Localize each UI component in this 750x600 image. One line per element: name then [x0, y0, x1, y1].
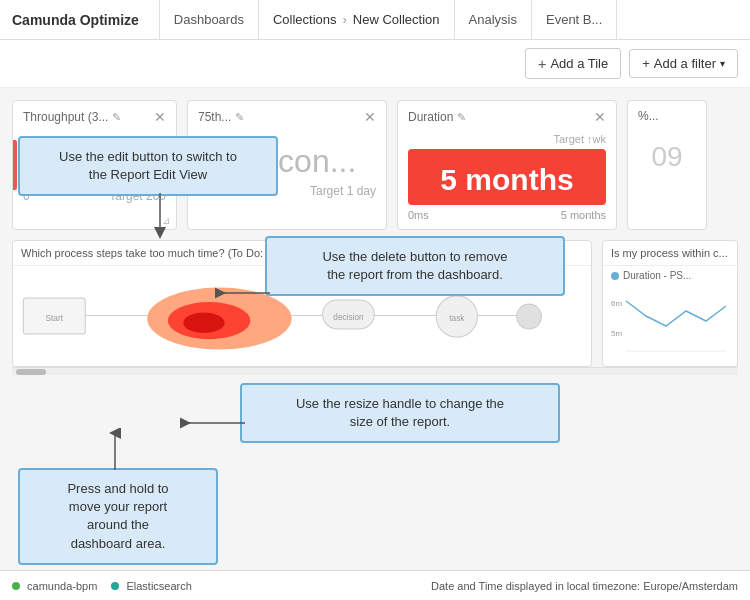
add-tile-icon: +: [538, 55, 547, 72]
arrow-delete: [215, 278, 275, 308]
tile-title: %...: [638, 109, 659, 123]
callout-move-report: Press and hold to move your report aroun…: [18, 468, 218, 565]
svg-text:Start: Start: [46, 314, 64, 323]
nav-event-b[interactable]: Event B...: [532, 0, 617, 39]
nav-analysis[interactable]: Analysis: [455, 0, 532, 39]
footer: camunda-bpm Elasticsearch Date and Time …: [0, 570, 750, 600]
toolbar: + Add a Tile + Add a filter ▾: [0, 40, 750, 88]
nav-items: Dashboards Collections › New Collection …: [159, 0, 738, 39]
tile-header: Throughput (3... ✎ ✕: [23, 109, 166, 125]
duration-value: 5 months: [408, 149, 606, 205]
tile-duration-months: Duration ✎ ✕ Target ↑wk 5 months 0ms 5 m…: [397, 100, 617, 230]
tile-title: Duration ✎: [408, 110, 466, 124]
bottom-tile-right: Is my process within c... Duration - PS.…: [602, 240, 738, 367]
tile-partial: %... 09: [627, 100, 707, 230]
duration-sub: 0ms 5 months: [408, 209, 606, 221]
tile-header: 75th... ✎ ✕: [198, 109, 376, 125]
green-dot-icon: [12, 582, 20, 590]
scroll-thumb[interactable]: [16, 369, 46, 375]
svg-point-7: [517, 304, 542, 329]
tile-title: Throughput (3... ✎: [23, 110, 121, 124]
line-chart: 6m 5m: [611, 291, 731, 361]
add-filter-icon: +: [642, 56, 650, 71]
brand-suffix: Optimize: [80, 12, 139, 28]
tile-title: 75th... ✎: [198, 110, 244, 124]
close-icon[interactable]: ✕: [154, 109, 166, 125]
footer-left: camunda-bpm Elasticsearch: [12, 580, 192, 592]
teal-dot-icon: [111, 582, 119, 590]
svg-text:task: task: [449, 314, 465, 323]
svg-text:5m: 5m: [611, 329, 622, 338]
tile-bar-indicator: [13, 140, 17, 190]
footer-timezone: Date and Time displayed in local timezon…: [431, 580, 738, 592]
filter-caret-icon: ▾: [720, 58, 725, 69]
edit-icon[interactable]: ✎: [457, 111, 466, 124]
target-label: Target ↑wk: [408, 133, 606, 145]
nav-dashboards[interactable]: Dashboards: [159, 0, 259, 39]
legend-dot: [611, 272, 619, 280]
close-icon[interactable]: ✕: [364, 109, 376, 125]
chart-area: 6m 5m: [603, 285, 737, 365]
footer-item2: Elasticsearch: [111, 580, 191, 592]
callout-delete-button: Use the delete button to remove the repo…: [265, 236, 565, 296]
add-filter-label: Add a filter: [654, 56, 716, 71]
bottom-tile-right-title: Is my process within c...: [603, 241, 737, 266]
brand: Camunda Optimize: [12, 12, 139, 28]
add-tile-label: Add a Tile: [550, 56, 608, 71]
svg-text:6m: 6m: [611, 299, 622, 308]
scrollbar[interactable]: [12, 367, 738, 375]
breadcrumb-arrow: ›: [343, 12, 347, 27]
arrow-move: [100, 428, 130, 474]
brand-prefix: Camunda: [12, 12, 76, 28]
tile-header: Duration ✎ ✕: [408, 109, 606, 125]
footer-item1: camunda-bpm: [12, 580, 97, 592]
tile-header: %...: [638, 109, 696, 123]
close-icon[interactable]: ✕: [594, 109, 606, 125]
add-tile-button[interactable]: + Add a Tile: [525, 48, 622, 79]
add-filter-button[interactable]: + Add a filter ▾: [629, 49, 738, 78]
tile-value: 09: [638, 131, 696, 183]
edit-icon[interactable]: ✎: [235, 111, 244, 124]
dashboard-area: Throughput (3... ✎ ✕ 0 0 Target 200 ⊿ 75…: [0, 88, 750, 570]
nav-collections-path[interactable]: Collections › New Collection: [259, 0, 455, 39]
top-nav: Camunda Optimize Dashboards Collections …: [0, 0, 750, 40]
chart-legend: Duration - PS...: [603, 266, 737, 285]
arrow-resize: [180, 408, 250, 438]
svg-point-4: [183, 312, 224, 333]
callout-resize-handle: Use the resize handle to change the size…: [240, 383, 560, 443]
svg-text:decision: decision: [333, 313, 364, 322]
edit-icon[interactable]: ✎: [112, 111, 121, 124]
arrow-edit: [130, 188, 190, 248]
